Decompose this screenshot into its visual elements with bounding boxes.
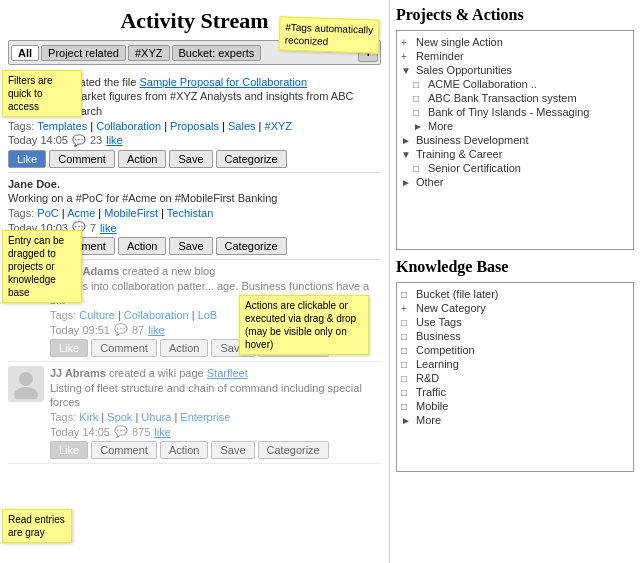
entry-3-comment-btn[interactable]: Comment [91,339,157,357]
doc-icon-1: □ [413,79,425,90]
kb-new-category[interactable]: + New Category [401,301,629,315]
tag-enterprise[interactable]: Enterprise [180,411,230,423]
tag-culture[interactable]: Culture [79,309,114,321]
entry-3-like-btn[interactable]: Like [50,339,88,357]
annotation-drag: Entry can be dragged to projects or know… [2,230,82,303]
filter-xyz[interactable]: #XYZ [128,45,170,61]
doc-icon-kb-6: □ [401,373,413,384]
entry-4-body: Listing of fleet structure and chain of … [50,381,381,410]
kb-competition[interactable]: □ Competition [401,343,629,357]
doc-icon-2: □ [413,93,425,104]
filter-project-related[interactable]: Project related [41,45,126,61]
project-other[interactable]: ► Other [401,175,629,189]
project-new-action[interactable]: + New single Action [401,35,629,49]
kb-bucket-label: Bucket (file later) [416,288,499,300]
project-sales-label: Sales Opportunities [416,64,512,76]
kb-more[interactable]: ► More [401,413,629,427]
entry-1-meta: Today 14:05 💬 23 like [8,134,381,147]
tag-spok[interactable]: Spok [107,411,132,423]
project-senior-cert-label: Senior Certification [428,162,521,174]
kb-mobile[interactable]: □ Mobile [401,399,629,413]
entry-4-tags: Tags: Kirk | Spok | Uhura | Enterprise [50,411,381,423]
right-panel: Projects & Actions + New single Action +… [390,0,640,563]
entry-4-action-btn[interactable]: Action [160,441,209,459]
entry-3-action-btn[interactable]: Action [160,339,209,357]
plus-icon-1: + [401,37,413,48]
entry-1-categorize-btn[interactable]: Categorize [216,150,287,168]
annotation-tags: #Tags automatically reconized [278,16,379,53]
entry-4-like-btn[interactable]: Like [50,441,88,459]
tag-poc[interactable]: PoC [37,207,58,219]
entry-2-like[interactable]: like [100,222,117,234]
tag-sales[interactable]: Sales [228,120,256,132]
tag-proposals[interactable]: Proposals [170,120,219,132]
entry-2-save-btn[interactable]: Save [169,237,212,255]
project-sales-opp[interactable]: ▼ Sales Opportunities [401,63,629,77]
entry-1-link[interactable]: Sample Proposal for Collaboration [139,76,307,88]
entry-4-comments: 875 [132,426,150,438]
kb-business[interactable]: □ Business [401,329,629,343]
kb-rd[interactable]: □ R&D [401,371,629,385]
kb-traffic[interactable]: □ Traffic [401,385,629,399]
entry-4-categorize-btn[interactable]: Categorize [258,441,329,459]
knowledge-title: Knowledge Base [396,258,634,276]
filter-all[interactable]: All [11,45,39,61]
entry-4-link[interactable]: Starfleet [207,367,248,379]
knowledge-section: Knowledge Base □ Bucket (file later) + N… [396,258,634,472]
entry-4-like[interactable]: like [154,426,171,438]
projects-tree[interactable]: + New single Action + Reminder ▼ Sales O… [396,30,634,250]
project-biz-dev[interactable]: ► Business Development [401,133,629,147]
tag-mobilefirst[interactable]: MobileFirst [104,207,158,219]
entry-4-save-btn[interactable]: Save [211,441,254,459]
filter-bucket-experts[interactable]: Bucket: experts [172,45,262,61]
project-training[interactable]: ▼ Training & Career [401,147,629,161]
entry-4-comment-btn[interactable]: Comment [91,441,157,459]
knowledge-tree[interactable]: □ Bucket (file later) + New Category □ U… [396,282,634,472]
entry-4-author: JJ Abrams [50,367,106,379]
tag-uhura[interactable]: Uhura [141,411,171,423]
entry-3-comments: 87 [132,324,144,336]
doc-icon-kb-8: □ [401,401,413,412]
project-acme[interactable]: □ ACME Collaboration .. [401,77,629,91]
tag-lob[interactable]: LoB [198,309,218,321]
kb-more-label: More [416,414,441,426]
entry-2-author: Jane Doe. [8,178,60,190]
project-other-label: Other [416,176,444,188]
entry-3-like[interactable]: like [148,324,165,336]
tag-xyz-1[interactable]: #XYZ [265,120,293,132]
project-acme-label: ACME Collaboration .. [428,78,537,90]
projects-section: Projects & Actions + New single Action +… [396,6,634,250]
chevron-right-kb: ► [401,415,413,426]
tag-collaboration-1[interactable]: Collaboration [96,120,161,132]
tag-techistan[interactable]: Techistan [167,207,213,219]
entry-1-like[interactable]: like [106,134,123,146]
project-reminder[interactable]: + Reminder [401,49,629,63]
kb-bucket[interactable]: □ Bucket (file later) [401,287,629,301]
entry-3-comment-icon: 💬 [114,323,128,336]
project-more-sales[interactable]: ► More [401,119,629,133]
kb-use-tags[interactable]: □ Use Tags [401,315,629,329]
tag-templates[interactable]: Templates [37,120,87,132]
project-reminder-label: Reminder [416,50,464,62]
kb-learning[interactable]: □ Learning [401,357,629,371]
project-senior-cert[interactable]: □ Senior Certification [401,161,629,175]
project-abc-bank[interactable]: □ ABC Bank Transaction system [401,91,629,105]
entry-1-save-btn[interactable]: Save [169,150,212,168]
tag-collaboration-3[interactable]: Collaboration [124,309,189,321]
plus-icon-2: + [401,51,413,62]
entry-1-action-btn[interactable]: Action [118,150,167,168]
activity-entry-4: JJ Abrams created a wiki page Starfleet … [8,362,381,464]
svg-point-2 [19,372,33,386]
tag-kirk[interactable]: Kirk [79,411,98,423]
entry-2-action-btn[interactable]: Action [118,237,167,255]
entry-1-like-btn[interactable]: Like [8,150,46,168]
entry-4-action: created a wiki page [109,367,207,379]
tag-acme[interactable]: Acme [67,207,95,219]
entry-2-body: Working on a #PoC for #Acme on #MobileFi… [8,191,381,205]
entry-1-comment-btn[interactable]: Comment [49,150,115,168]
project-bank-tiny[interactable]: □ Bank of Tiny Islands - Messaging [401,105,629,119]
avatar-jj [8,366,44,402]
annotation-read: Read entries are gray [2,509,72,543]
entry-2-categorize-btn[interactable]: Categorize [216,237,287,255]
chevron-right-icon-3: ► [401,177,413,188]
